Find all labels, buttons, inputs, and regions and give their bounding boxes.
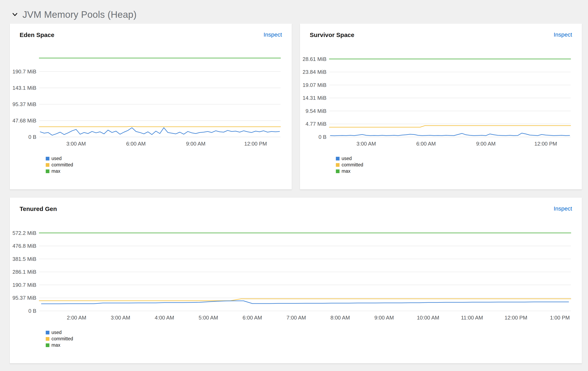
- x-axis-tick-label: 7:00 AM: [286, 315, 306, 321]
- legend-swatch-committed: [46, 337, 49, 341]
- x-axis-tick-label: 12:00 PM: [244, 141, 267, 147]
- y-axis-tick-label: 23.84 MiB: [303, 69, 326, 75]
- legend-item-used: used: [46, 329, 572, 336]
- legend-item-max: max: [336, 168, 572, 174]
- card-title-survivor-space: Survivor Space: [310, 32, 354, 38]
- y-axis-tick-label: 14.31 MiB: [303, 95, 326, 101]
- series-line-used: [40, 128, 280, 135]
- chart-legend-tenured-gen: usedcommittedmax: [46, 329, 572, 348]
- x-axis-tick-label: 9:00 AM: [476, 141, 495, 147]
- card-header: Tenured Gen Inspect: [20, 206, 572, 214]
- legend-item-max: max: [46, 168, 282, 174]
- legend-label-committed: committed: [52, 162, 73, 168]
- chart-plot-area: 0 B4.77 MiB9.54 MiB14.31 MiB19.07 MiB23.…: [302, 52, 572, 150]
- legend-label-committed: committed: [52, 336, 73, 342]
- y-axis-tick-label: 572.2 MiB: [12, 230, 36, 236]
- legend-label-max: max: [52, 168, 60, 174]
- y-axis-tick-label: 190.7 MiB: [12, 68, 36, 75]
- inspect-link-tenured-gen[interactable]: Inspect: [554, 206, 572, 212]
- x-axis-tick-label: 12:00 PM: [534, 141, 557, 147]
- y-axis-tick-label: 19.07 MiB: [303, 82, 326, 88]
- legend-swatch-max: [46, 169, 49, 173]
- card-eden-space: Eden Space Inspect 0 B47.68 MiB95.37 MiB…: [10, 24, 292, 189]
- card-title-tenured-gen: Tenured Gen: [20, 206, 57, 212]
- inspect-link-eden-space[interactable]: Inspect: [263, 32, 282, 38]
- x-axis-tick-label: 6:00 AM: [242, 315, 262, 321]
- x-axis-tick-label: 4:00 AM: [155, 315, 174, 321]
- y-axis-tick-label: 381.5 MiB: [12, 256, 36, 262]
- legend-label-max: max: [52, 342, 60, 348]
- jvm-memory-dashboard: JVM Memory Pools (Heap) Eden Space Inspe…: [0, 0, 588, 363]
- x-axis-tick-label: 10:00 AM: [417, 315, 439, 321]
- x-axis-tick-label: 3:00 AM: [357, 141, 376, 147]
- y-axis-tick-label: 0 B: [28, 308, 36, 314]
- x-axis-tick-label: 11:00 AM: [461, 315, 483, 321]
- legend-swatch-committed: [336, 163, 339, 167]
- legend-item-used: used: [336, 155, 572, 162]
- legend-swatch-committed: [46, 163, 49, 167]
- y-axis-tick-label: 286.1 MiB: [12, 269, 36, 275]
- legend-item-committed: committed: [46, 162, 282, 168]
- y-axis-tick-label: 190.7 MiB: [12, 282, 36, 288]
- card-title-eden-space: Eden Space: [20, 32, 54, 38]
- legend-item-committed: committed: [46, 336, 572, 342]
- x-axis-tick-label: 1:00 PM: [550, 315, 570, 321]
- legend-label-used: used: [342, 156, 352, 161]
- x-axis-tick-label: 3:00 AM: [111, 315, 130, 321]
- x-axis-tick-label: 5:00 AM: [199, 315, 218, 321]
- series-line-committed: [329, 126, 571, 127]
- chart-eden-space: 0 B47.68 MiB95.37 MiB143.1 MiB190.7 MiB3…: [12, 52, 282, 150]
- card-header: Survivor Space Inspect: [310, 32, 572, 40]
- x-axis-tick-label: 2:00 AM: [67, 315, 86, 321]
- x-axis-tick-label: 9:00 AM: [186, 141, 205, 147]
- x-axis-tick-label: 9:00 AM: [374, 315, 394, 321]
- chevron-down-icon[interactable]: [12, 11, 18, 18]
- legend-swatch-max: [336, 169, 339, 173]
- cards-row-bottom: Tenured Gen Inspect 0 B95.37 MiB190.7 Mi…: [10, 198, 582, 363]
- section-toggle[interactable]: JVM Memory Pools (Heap): [0, 0, 588, 20]
- x-axis-tick-label: 3:00 AM: [66, 141, 86, 147]
- legend-swatch-used: [46, 157, 49, 161]
- inspect-link-survivor-space[interactable]: Inspect: [554, 32, 572, 38]
- y-axis-tick-label: 0 B: [28, 134, 36, 140]
- series-line-used: [330, 133, 570, 136]
- chart-legend-survivor-space: usedcommittedmax: [336, 155, 572, 174]
- chart-tenured-gen: 0 B95.37 MiB190.7 MiB286.1 MiB381.5 MiB4…: [12, 226, 572, 324]
- chart-survivor-space: 0 B4.77 MiB9.54 MiB14.31 MiB19.07 MiB23.…: [302, 52, 572, 150]
- card-tenured-gen: Tenured Gen Inspect 0 B95.37 MiB190.7 Mi…: [10, 198, 582, 363]
- y-axis-tick-label: 47.68 MiB: [12, 118, 36, 124]
- legend-label-used: used: [52, 156, 62, 161]
- y-axis-tick-label: 28.61 MiB: [303, 56, 326, 62]
- legend-label-used: used: [52, 330, 62, 335]
- y-axis-tick-label: 95.37 MiB: [12, 295, 36, 301]
- legend-label-max: max: [342, 168, 350, 174]
- legend-swatch-max: [46, 343, 49, 347]
- chart-legend-eden-space: usedcommittedmax: [46, 155, 282, 174]
- y-axis-tick-label: 95.37 MiB: [12, 101, 36, 107]
- y-axis-tick-label: 9.54 MiB: [305, 108, 326, 114]
- y-axis-tick-label: 476.8 MiB: [12, 243, 36, 249]
- x-axis-tick-label: 12:00 PM: [504, 315, 527, 321]
- series-line-used: [42, 301, 569, 304]
- legend-item-committed: committed: [336, 162, 572, 168]
- x-axis-tick-label: 6:00 AM: [126, 141, 146, 147]
- x-axis-tick-label: 8:00 AM: [330, 315, 350, 321]
- legend-swatch-used: [336, 157, 339, 161]
- x-axis-tick-label: 6:00 AM: [416, 141, 436, 147]
- y-axis-tick-label: 143.1 MiB: [12, 85, 36, 91]
- legend-swatch-used: [46, 331, 49, 334]
- legend-item-max: max: [46, 342, 572, 348]
- y-axis-tick-label: 0 B: [318, 134, 326, 140]
- legend-item-used: used: [46, 155, 282, 162]
- y-axis-tick-label: 4.77 MiB: [305, 121, 326, 127]
- cards-row-top: Eden Space Inspect 0 B47.68 MiB95.37 MiB…: [10, 24, 582, 189]
- card-survivor-space: Survivor Space Inspect 0 B4.77 MiB9.54 M…: [300, 24, 582, 189]
- section-title: JVM Memory Pools (Heap): [22, 9, 136, 20]
- series-line-committed: [39, 127, 281, 127]
- card-header: Eden Space Inspect: [20, 32, 282, 40]
- chart-plot-area: 0 B47.68 MiB95.37 MiB143.1 MiB190.7 MiB3…: [12, 52, 282, 150]
- chart-plot-area: 0 B95.37 MiB190.7 MiB286.1 MiB381.5 MiB4…: [12, 226, 572, 324]
- series-line-committed: [39, 299, 571, 301]
- legend-label-committed: committed: [342, 162, 363, 168]
